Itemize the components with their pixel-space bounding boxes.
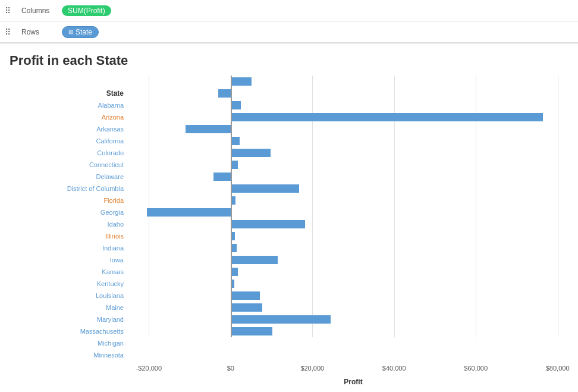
- bar-row: [128, 313, 578, 325]
- x-axis-ticks: -$20,000$0$20,000$40,000$60,000$80,000: [128, 365, 578, 377]
- columns-label: Columns: [21, 7, 57, 15]
- columns-row: ⠿ Columns SUM(Profit): [0, 0, 578, 21]
- plot-area: -$20,000$0$20,000$40,000$60,000$80,000 P…: [128, 76, 578, 392]
- zero-line: [231, 76, 232, 337]
- y-label: Louisiana: [10, 290, 128, 302]
- y-label: Illinois: [10, 230, 128, 242]
- y-label: Michigan: [10, 337, 128, 349]
- chart-area: State AlabamaArizonaArkansasCaliforniaCo…: [10, 76, 578, 392]
- bar-segment: [231, 315, 331, 324]
- grid-and-bars: [128, 76, 578, 337]
- y-label: Maryland: [10, 313, 128, 325]
- y-axis: State AlabamaArizonaArkansasCaliforniaCo…: [10, 76, 128, 392]
- title-prefix: Profit in each: [10, 53, 96, 68]
- bar-row: [128, 290, 578, 302]
- rows-pill-icon: ⊞: [68, 29, 73, 35]
- bar-segment: [218, 89, 231, 98]
- y-label: Minnesota: [10, 349, 128, 361]
- bar-row: [128, 242, 578, 254]
- bar-row: [128, 123, 578, 135]
- y-label: Florida: [10, 195, 128, 206]
- y-axis-header: State: [10, 87, 128, 99]
- y-label: Alabama: [10, 99, 128, 111]
- bar-row: [128, 147, 578, 159]
- x-tick: $40,000: [382, 365, 406, 372]
- y-label: Arizona: [10, 111, 128, 123]
- y-label: Idaho: [10, 218, 128, 230]
- y-label: Connecticut: [10, 159, 128, 171]
- y-label: Massachusetts: [10, 325, 128, 337]
- x-tick: $20,000: [300, 365, 324, 372]
- rows-icon: ⠿: [5, 27, 17, 37]
- bar-segment: [231, 113, 543, 121]
- bar-segment: [147, 208, 231, 217]
- bar-row: [128, 171, 578, 183]
- bar-row: [128, 87, 578, 99]
- bar-row: [128, 159, 578, 171]
- y-label: District of Columbia: [10, 183, 128, 195]
- bar-row: [128, 230, 578, 242]
- columns-pill[interactable]: SUM(Profit): [62, 5, 111, 16]
- x-tick: $60,000: [464, 365, 488, 372]
- y-axis-labels: AlabamaArizonaArkansasCaliforniaColorado…: [10, 99, 128, 361]
- columns-icon: ⠿: [5, 6, 17, 15]
- bar-segment: [231, 137, 240, 145]
- bar-segment: [231, 101, 241, 109]
- bars-wrapper[interactable]: [128, 76, 578, 362]
- bar-segment: [231, 184, 299, 193]
- y-label: California: [10, 135, 128, 147]
- bar-row: [128, 183, 578, 195]
- bar-row: [128, 99, 578, 111]
- x-axis-label: Profit: [128, 378, 578, 386]
- y-label: Kentucky: [10, 278, 128, 290]
- bar-segment: [231, 256, 278, 264]
- y-label: Iowa: [10, 254, 128, 266]
- x-tick: $0: [227, 365, 234, 372]
- bar-row: [128, 278, 578, 290]
- bar-segment: [213, 173, 231, 181]
- y-label: Delaware: [10, 171, 128, 183]
- y-label: Georgia: [10, 206, 128, 218]
- bar-row: [128, 206, 578, 218]
- y-label: Indiana: [10, 242, 128, 254]
- bar-segment: [231, 291, 260, 300]
- rows-pill[interactable]: ⊞ State: [62, 26, 99, 38]
- rows-row: ⠿ Rows ⊞ State: [0, 21, 578, 43]
- x-tick: -$20,000: [136, 365, 162, 372]
- bar-row: [128, 195, 578, 206]
- bar-row: [128, 135, 578, 147]
- bar-segment: [231, 149, 271, 157]
- toolbar: ⠿ Columns SUM(Profit) ⠿ Rows ⊞ State: [0, 0, 578, 43]
- bar-row: [128, 325, 578, 337]
- bar-row: [128, 76, 578, 87]
- rows-label: Rows: [21, 28, 57, 36]
- chart-container: Profit in each State State AlabamaArizon…: [0, 43, 578, 392]
- chart-title: Profit in each State: [10, 53, 578, 68]
- bar-segment: [231, 220, 305, 228]
- y-label: Maine: [10, 302, 128, 313]
- bar-row: [128, 254, 578, 266]
- y-label: Colorado: [10, 147, 128, 159]
- bar-row: [128, 218, 578, 230]
- bars-container: [128, 76, 578, 337]
- x-axis-area: -$20,000$0$20,000$40,000$60,000$80,000 P…: [128, 362, 578, 392]
- bar-segment: [231, 77, 252, 86]
- y-label: Kansas: [10, 266, 128, 278]
- bar-segment: [186, 125, 231, 133]
- bar-segment: [231, 303, 263, 312]
- bar-segment: [231, 327, 272, 335]
- title-bold: State: [96, 53, 128, 68]
- bar-row: [128, 266, 578, 278]
- x-tick: $80,000: [546, 365, 570, 372]
- y-label: Arkansas: [10, 123, 128, 135]
- bar-row: [128, 302, 578, 313]
- bar-row: [128, 111, 578, 123]
